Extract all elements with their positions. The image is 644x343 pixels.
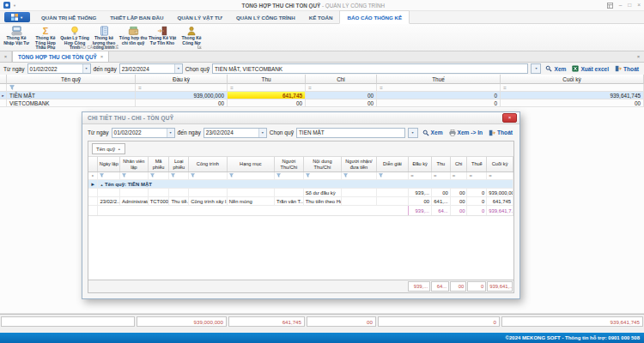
- chevron-down-icon[interactable]: ▼: [167, 129, 174, 137]
- view-button[interactable]: Xem: [544, 65, 568, 72]
- dcol-ma-phieu[interactable]: Mã phiếu: [148, 157, 169, 172]
- col-header-dau-ky[interactable]: Đầu kỳ: [136, 75, 228, 84]
- filter-funnel-icon: [100, 173, 104, 178]
- highlighted-cell: 641,745: [228, 92, 306, 99]
- row-selected-indicator-icon: ►: [88, 180, 98, 189]
- dialog-view-button[interactable]: Xem: [421, 129, 445, 136]
- ribbon-tab-thiet-lap-ban-dau[interactable]: THIẾT LẬP BAN ĐẦU: [103, 11, 170, 23]
- tabstrip-close-icon[interactable]: ×: [633, 51, 644, 62]
- footer-total-chi: 00: [307, 316, 376, 327]
- dialog-footer-totals: 939,... 64... 00 0 939,641,...: [88, 280, 513, 292]
- collapse-group-icon[interactable]: ▲: [100, 183, 103, 187]
- grid-row-vietcombank[interactable]: VIETCOMBANK 00 00 00 0 00: [0, 99, 644, 107]
- app-menu-button[interactable]: ▼: [4, 12, 30, 22]
- filter-cell-cuoi-ky[interactable]: =: [501, 84, 644, 92]
- titlebar-menu-caret-icon[interactable]: ▼: [13, 3, 16, 8]
- dcol-loai-phieu[interactable]: Loại phiếu: [169, 157, 189, 172]
- dcol-nguoi-nhan-dua-tien[interactable]: Người nhận/đưa tiền: [342, 157, 377, 172]
- footer-total-thu: 641,745: [228, 316, 305, 327]
- col-header-chi[interactable]: Chi: [306, 75, 377, 84]
- maximize-button[interactable]: □: [628, 3, 631, 9]
- dcol-dien-giai[interactable]: Diễn giải: [376, 157, 409, 172]
- dcol-nguoi-thu-chi[interactable]: Người Thu/Chi: [275, 157, 304, 172]
- app-menu-caret-icon: ▼: [20, 15, 23, 20]
- dialog-row-receipt[interactable]: 23/02/2... Administrator TCT000... Thu t…: [88, 197, 513, 206]
- dcol-cong-trinh[interactable]: Công trình: [189, 157, 228, 172]
- grid-row-tien-mat[interactable]: ► TIỀN MẶT 939,000,000 641,745 00 0 939,…: [0, 92, 644, 99]
- dcol-thu[interactable]: Thu: [431, 157, 450, 172]
- filter-cell-thu[interactable]: =: [228, 84, 306, 92]
- dcol-nhan-vien-lap[interactable]: Nhân viên lập: [120, 157, 149, 172]
- col-header-ten-quy[interactable]: Tên quỹ: [7, 75, 136, 84]
- ribbon-tab-quan-ly-vat-tu[interactable]: QUẢN LÝ VẬT TƯ: [170, 11, 229, 23]
- exit-button[interactable]: Thoát: [613, 65, 641, 72]
- from-date-input[interactable]: 01/02/2022 ▼: [27, 63, 91, 74]
- app-icon: [3, 2, 10, 9]
- filter-cell-chi[interactable]: =: [306, 84, 377, 92]
- filter-cell-dau-ky[interactable]: =: [136, 84, 228, 92]
- detail-dialog: CHI TIẾT THU - CHI - TỒN QUỸ × Từ ngày 0…: [82, 111, 520, 299]
- ribbon-tab-strip: ▼ QUẢN TRỊ HỆ THỐNG THIẾT LẬP BAN ĐẦU QU…: [0, 11, 644, 24]
- dcol-dau-ky[interactable]: Đầu kỳ: [409, 157, 432, 172]
- tab-close-icon[interactable]: ×: [100, 54, 104, 59]
- tab-tong-hop-thu-chi-ton-quy[interactable]: TỔNG HỢP THU CHI TỒN QUỸ ×: [12, 51, 109, 62]
- dcol-noi-dung-thu-chi[interactable]: Nội dung Thu/Chi: [303, 157, 342, 172]
- grid-header-row: Tên quỹ Đầu kỳ Thu Chi Thuế Cuối kỳ: [0, 75, 644, 84]
- search-icon: [545, 65, 552, 72]
- dcol-hang-muc[interactable]: Hạng mục: [227, 157, 274, 172]
- dialog-footer-thue: 0: [467, 281, 486, 292]
- fund-select-chevron-down-icon[interactable]: ▼: [531, 63, 541, 74]
- titlebar: ▼ TỔNG HỢP THU CHI TỒN QUỸ - QUẢN LÝ CÔN…: [0, 0, 644, 11]
- dcol-chi[interactable]: Chi: [450, 157, 467, 172]
- dcol-cuoi-ky[interactable]: Cuối kỳ: [487, 157, 513, 172]
- app-menu-grid-icon: [11, 14, 18, 21]
- filter-cell-thue[interactable]: =: [377, 84, 501, 92]
- dialog-to-date-label: đến ngày: [178, 129, 201, 135]
- group-dialog-launcher-icon[interactable]: [197, 44, 202, 50]
- dcol-thue[interactable]: Thuế: [467, 157, 487, 172]
- dialog-exit-button[interactable]: Thoát: [487, 129, 514, 136]
- ribbon-tab-bao-cao-thong-ke[interactable]: BÁO CÁO THỐNG KÊ: [339, 10, 410, 24]
- close-button[interactable]: ×: [637, 3, 641, 9]
- filter-funnel-icon: [150, 173, 155, 178]
- theme-icon[interactable]: [607, 3, 613, 9]
- col-header-cuoi-ky[interactable]: Cuối kỳ: [501, 75, 644, 84]
- minimize-button[interactable]: –: [619, 3, 623, 9]
- col-header-thu[interactable]: Thu: [228, 75, 306, 84]
- dialog-group-row[interactable]: ► ▲ Tên quỹ: TIỀN MẶT: [88, 180, 513, 189]
- dialog-filter-row: ► = = = = =: [88, 172, 513, 180]
- dialog-from-date-input[interactable]: 01/02/2022 ▼: [112, 128, 175, 138]
- chevron-down-icon[interactable]: ▼: [174, 64, 182, 73]
- dialog-fund-select-input[interactable]: TIỀN MẶT: [296, 128, 405, 138]
- group-chip-ten-quy[interactable]: Tên quỹ ▲: [92, 143, 125, 154]
- filter-funnel-icon: [343, 173, 348, 178]
- chevron-down-icon[interactable]: ▼: [258, 129, 266, 137]
- chevron-down-icon[interactable]: ▼: [82, 64, 90, 73]
- col-header-thue[interactable]: Thuế: [377, 75, 501, 84]
- dialog-titlebar: CHI TIẾT THU - CHI - TỒN QUỸ ×: [82, 112, 519, 124]
- dialog-filter-bar: Từ ngày 01/02/2022 ▼ đến ngày 23/02/2024…: [82, 124, 519, 141]
- dialog-grid-table: Ngày lập Nhân viên lập Mã phiếu Loại phi…: [88, 157, 513, 216]
- tab-list-close-icon[interactable]: ×: [0, 51, 12, 62]
- to-date-input[interactable]: 23/02/2024 ▼: [119, 63, 183, 74]
- group-by-box: Tên quỹ ▲: [88, 141, 513, 157]
- filter-cell-ten-quy[interactable]: [7, 84, 136, 92]
- ribbon-tab-quan-tri-he-thong[interactable]: QUẢN TRỊ HỆ THỐNG: [34, 11, 103, 23]
- dialog-row-opening-balance[interactable]: Số dư đầu kỳ 939,... 00 00 0 939,000,000: [88, 189, 513, 197]
- fund-select-input[interactable]: TIỀN MẶT, VIETCOMBANK: [212, 63, 529, 74]
- export-excel-button[interactable]: Xuất excel: [570, 65, 611, 72]
- dialog-close-button[interactable]: ×: [502, 113, 517, 123]
- window-title: TỔNG HỢP THU CHI TỒN QUỸ - QUẢN LÝ CÔNG …: [20, 3, 607, 9]
- dialog-title: CHI TIẾT THU - CHI - TỒN QUỸ: [88, 115, 502, 121]
- filter-funnel-icon: [276, 173, 281, 178]
- dialog-group-total-row: 939,... 64... 00 0 939,641,7...: [88, 206, 513, 216]
- dialog-to-date-input[interactable]: 23/02/2024 ▼: [204, 128, 267, 138]
- ribbon-tab-quan-ly-cong-trinh[interactable]: QUẢN LÝ CÔNG TRÌNH: [229, 11, 302, 23]
- filter-funnel-icon: [379, 173, 383, 178]
- dcol-ngay-lap[interactable]: Ngày lập: [98, 157, 120, 172]
- dialog-footer-cuoi-ky: 939,641,...: [487, 281, 513, 292]
- sort-asc-icon: ▲: [118, 147, 121, 151]
- dialog-fund-chevron-down-icon[interactable]: ▼: [408, 128, 418, 138]
- ribbon-tab-ke-toan[interactable]: KẾ TOÁN: [302, 11, 340, 23]
- dialog-view-print-button[interactable]: Xem -> In: [447, 129, 485, 136]
